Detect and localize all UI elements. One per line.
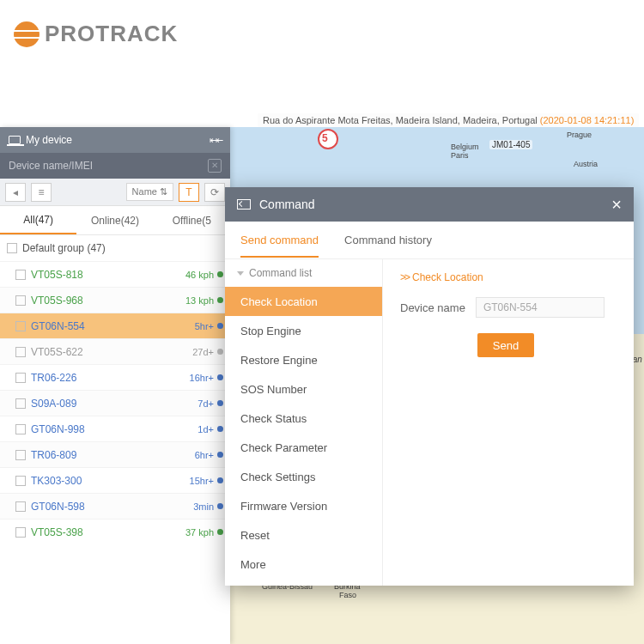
- send-button[interactable]: Send: [477, 333, 534, 357]
- command-item[interactable]: Check Parameter: [225, 433, 382, 462]
- command-item[interactable]: Reset: [225, 520, 382, 550]
- sidebar-title-bar: My device ⇤⇤: [0, 127, 230, 153]
- logo-mark-icon: [14, 21, 39, 47]
- command-icon: [237, 199, 251, 210]
- workspace: Rua do Aspirante Mota Freitas, Madeira I…: [0, 127, 644, 644]
- command-item[interactable]: More: [225, 550, 382, 579]
- device-row[interactable]: TR06-8096hr+: [0, 441, 230, 467]
- group-label: Default group (47): [22, 242, 106, 254]
- tool-back-icon[interactable]: ◂: [5, 183, 26, 202]
- status-dot-icon: [217, 271, 223, 277]
- device-row[interactable]: TK303-30015hr+: [0, 467, 230, 493]
- device-name: VT05S-398: [31, 526, 83, 538]
- device-row[interactable]: GT06N-5545hr+: [0, 313, 230, 338]
- device-name: GT06N-598: [31, 501, 85, 513]
- checkbox-icon[interactable]: [15, 476, 26, 486]
- device-row[interactable]: VT05S-81846 kph: [0, 261, 230, 287]
- status-dot-icon: [217, 349, 223, 355]
- command-list-column: Command list Check LocationStop EngineRe…: [225, 259, 383, 586]
- checkbox-icon[interactable]: [15, 424, 26, 434]
- checkbox-icon[interactable]: [7, 243, 17, 253]
- command-item[interactable]: Check Settings: [225, 462, 382, 491]
- device-status: 5hr+: [195, 321, 223, 331]
- checkbox-icon[interactable]: [15, 527, 26, 538]
- device-row[interactable]: VT05S-39837 kph: [0, 519, 230, 544]
- command-item[interactable]: SOS Number: [225, 374, 382, 404]
- command-item[interactable]: Stop Engine: [225, 316, 382, 345]
- device-sidebar: My device ⇤⇤ ✕ ◂ ≡ Name ⇅ T ⟳ All(47) On…: [0, 127, 230, 644]
- device-name: GT06N-998: [31, 423, 85, 435]
- map-place-label: Prague: [567, 131, 592, 139]
- sidebar-title: My device: [26, 134, 72, 146]
- map-place-label: Belgium Paris: [451, 143, 479, 160]
- device-status: 7d+: [197, 398, 223, 409]
- device-row[interactable]: TR06-22616hr+: [0, 364, 230, 390]
- device-name: TK303-300: [31, 475, 82, 487]
- command-item[interactable]: Firmware Version: [225, 491, 382, 520]
- device-status: 46 kph: [185, 270, 223, 280]
- checkbox-icon[interactable]: [15, 450, 26, 460]
- map-device-tag[interactable]: JM01-405: [489, 140, 532, 149]
- checkbox-icon[interactable]: [15, 398, 26, 409]
- device-name: VT05S-622: [31, 346, 83, 358]
- logo-text: PROTRACK: [45, 21, 178, 47]
- chevron-down-icon: [237, 271, 244, 276]
- status-dot-icon: [217, 426, 223, 432]
- device-row[interactable]: GT06N-9981d+: [0, 416, 230, 441]
- device-row[interactable]: S09A-0897d+: [0, 390, 230, 416]
- device-row[interactable]: VT05S-62227d+: [0, 338, 230, 364]
- checkbox-icon[interactable]: [15, 501, 26, 512]
- device-status: 3min: [193, 501, 223, 512]
- command-item[interactable]: Restore Engine: [225, 345, 382, 374]
- tab-send-command[interactable]: Send command: [240, 234, 319, 258]
- command-form-column: >>Check Location Device name Send: [383, 259, 634, 586]
- tab-command-history[interactable]: Command history: [344, 234, 432, 246]
- map-cluster-5[interactable]: 5: [322, 132, 328, 144]
- clear-search-icon[interactable]: ✕: [208, 159, 222, 173]
- status-dot-icon: [217, 374, 223, 380]
- device-name-label: Device name: [400, 301, 465, 314]
- form-title: >>Check Location: [400, 271, 617, 283]
- map-address-bar: Rua do Aspirante Mota Freitas, Madeira I…: [258, 113, 639, 127]
- dialog-body: Command list Check LocationStop EngineRe…: [225, 259, 634, 586]
- device-status: 37 kph: [185, 527, 223, 538]
- checkbox-icon[interactable]: [15, 373, 26, 383]
- tab-all[interactable]: All(47): [0, 206, 76, 234]
- sort-name-button[interactable]: Name ⇅: [126, 183, 173, 201]
- tab-online[interactable]: Online(42): [76, 206, 153, 234]
- map-place-label: Austria: [574, 160, 598, 168]
- device-status: 15hr+: [190, 476, 223, 486]
- close-icon[interactable]: ×: [611, 196, 622, 213]
- device-name-field[interactable]: [476, 297, 605, 318]
- tool-refresh-icon[interactable]: ⟳: [204, 183, 225, 202]
- device-list: VT05S-81846 kph VT05S-96813 kph GT06N-55…: [0, 261, 230, 544]
- command-item[interactable]: Check Status: [225, 404, 382, 433]
- status-dot-icon: [217, 400, 223, 406]
- checkbox-icon[interactable]: [15, 295, 26, 306]
- device-group-row[interactable]: Default group (47): [0, 235, 230, 261]
- checkbox-icon[interactable]: [15, 270, 26, 280]
- search-input[interactable]: [9, 160, 208, 172]
- device-row[interactable]: GT06N-5983min: [0, 493, 230, 519]
- dialog-tabs: Send command Command history: [225, 222, 634, 259]
- sidebar-filter-tabs: All(47) Online(42) Offline(5: [0, 206, 230, 235]
- tab-offline[interactable]: Offline(5: [154, 206, 230, 234]
- map-address-timestamp: (2020-01-08 14:21:11): [540, 115, 634, 125]
- tool-list-icon[interactable]: ≡: [31, 183, 52, 202]
- dialog-title: Command: [259, 197, 315, 211]
- tool-t-button[interactable]: T: [179, 183, 199, 202]
- app-logo: PROTRACK: [14, 21, 178, 47]
- status-dot-icon: [217, 503, 223, 509]
- sidebar-toolbar: ◂ ≡ Name ⇅ T ⟳: [0, 179, 230, 206]
- checkbox-icon[interactable]: [15, 347, 26, 357]
- device-status: 1d+: [197, 424, 223, 434]
- device-name: S09A-089: [31, 398, 76, 410]
- command-list-header[interactable]: Command list: [225, 259, 382, 287]
- device-status: 27d+: [192, 347, 223, 357]
- device-name: VT05S-818: [31, 269, 83, 281]
- device-row[interactable]: VT05S-96813 kph: [0, 287, 230, 313]
- device-status: 16hr+: [190, 373, 223, 383]
- collapse-icon[interactable]: ⇤⇤: [210, 135, 222, 146]
- command-item[interactable]: Check Location: [225, 287, 382, 316]
- checkbox-icon[interactable]: [15, 321, 26, 331]
